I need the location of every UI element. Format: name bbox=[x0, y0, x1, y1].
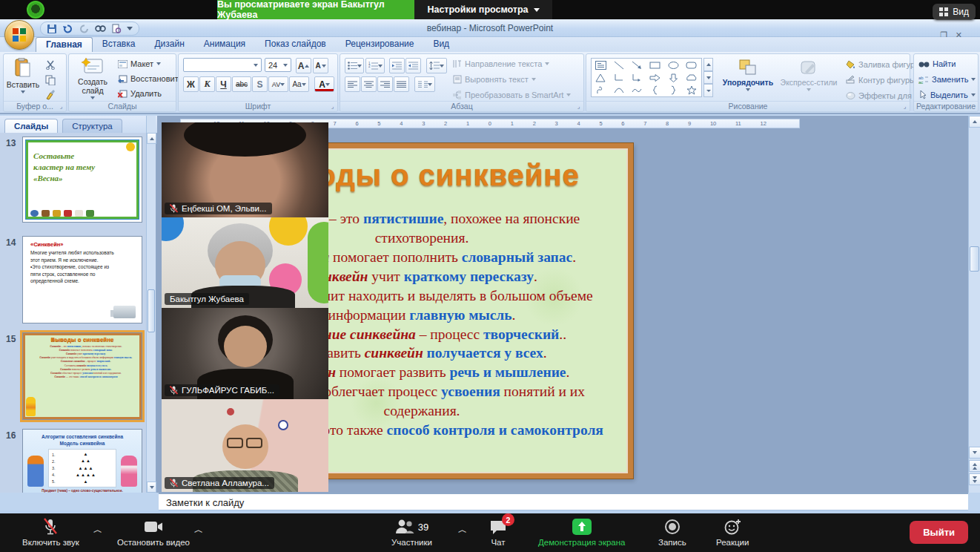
paragraph-dialog-launcher[interactable]: ⌟ bbox=[575, 102, 583, 111]
paste-button[interactable]: Вставить bbox=[7, 58, 39, 93]
shape-rounded-rectangle-icon[interactable] bbox=[686, 61, 697, 70]
undo-icon[interactable] bbox=[62, 24, 73, 33]
slide-thumbnail-13[interactable]: Составьтекластер на тему«Весна» bbox=[22, 137, 142, 223]
previous-slide-button[interactable] bbox=[969, 460, 980, 472]
new-slide-button[interactable]: Создать слайд bbox=[72, 58, 113, 99]
tab-vid[interactable]: Вид bbox=[423, 37, 459, 52]
next-slide-button[interactable] bbox=[969, 473, 980, 485]
redo-icon[interactable] bbox=[79, 24, 90, 33]
bullets-button[interactable] bbox=[345, 58, 364, 73]
bold-button[interactable]: Ж bbox=[183, 76, 199, 92]
video-options-chevron[interactable]: ︿ bbox=[194, 524, 203, 536]
stop-video-button[interactable]: Остановить видео bbox=[117, 518, 190, 547]
shape-right-arrow-icon[interactable] bbox=[649, 73, 660, 82]
tab-animaciya[interactable]: Анимация bbox=[194, 37, 255, 52]
reactions-button[interactable]: Реакции bbox=[716, 518, 749, 547]
shape-outline-button[interactable]: Контур фигуры bbox=[846, 76, 923, 85]
shapes-scroll-up[interactable] bbox=[703, 58, 713, 71]
tab-vstavka[interactable]: Вставка bbox=[93, 37, 145, 52]
align-center-button[interactable] bbox=[361, 76, 377, 92]
chat-button[interactable]: 2 Чат bbox=[489, 518, 507, 547]
print-preview-icon[interactable] bbox=[111, 24, 122, 34]
video-tile-2-active-speaker[interactable]: Бакытгул Жубаева bbox=[162, 217, 328, 308]
underline-button[interactable]: Ч bbox=[216, 76, 231, 92]
text-direction-button[interactable]: Направление текста bbox=[453, 59, 549, 68]
video-tile-1[interactable]: Еңбекші ОМ, Эльви... bbox=[162, 122, 328, 217]
unmute-button[interactable]: Включить звук bbox=[22, 518, 79, 547]
shape-star-icon[interactable] bbox=[686, 85, 697, 95]
panel-scroll-down[interactable] bbox=[147, 482, 156, 493]
select-button[interactable]: Выделить bbox=[918, 91, 976, 99]
font-size-combo[interactable]: 24 bbox=[265, 58, 291, 72]
shapes-gallery[interactable] bbox=[591, 58, 702, 97]
arrange-button[interactable]: Упорядочить bbox=[721, 59, 775, 91]
find-icon[interactable] bbox=[95, 24, 106, 33]
tab-pokaz-slaidov[interactable]: Показ слайдов bbox=[255, 37, 336, 52]
shape-elbow-icon[interactable] bbox=[614, 73, 624, 82]
view-settings-button[interactable]: Настройки просмотра bbox=[414, 0, 552, 19]
change-case-button[interactable]: Aa bbox=[289, 76, 309, 92]
shape-right-brace-icon[interactable] bbox=[669, 85, 677, 95]
shapes-scroll-down[interactable] bbox=[703, 71, 713, 85]
slide-thumbnail-16[interactable]: Алгоритм составления синквейнаМодель син… bbox=[22, 429, 142, 493]
decrease-indent-button[interactable] bbox=[389, 58, 405, 73]
panel-scroll-up[interactable] bbox=[147, 133, 156, 144]
strikethrough-button[interactable]: abc bbox=[232, 76, 251, 92]
line-spacing-button[interactable] bbox=[426, 58, 447, 73]
shape-arc-icon[interactable] bbox=[614, 86, 624, 95]
shape-oval-icon[interactable] bbox=[668, 61, 679, 70]
grow-font-button[interactable]: А bbox=[296, 58, 311, 73]
format-painter-button[interactable] bbox=[45, 90, 56, 100]
shape-triangle-icon[interactable] bbox=[595, 73, 606, 82]
font-dialog-launcher[interactable]: ⌟ bbox=[328, 102, 337, 111]
tab-outline[interactable]: Структура bbox=[62, 119, 122, 133]
shape-flowchart-icon[interactable] bbox=[686, 73, 697, 82]
shape-scribble-icon[interactable] bbox=[596, 86, 606, 95]
increase-indent-button[interactable] bbox=[405, 58, 421, 73]
shapes-gallery-more[interactable] bbox=[703, 84, 713, 97]
tab-dizain[interactable]: Дизайн bbox=[145, 37, 193, 52]
drawing-dialog-launcher[interactable]: ⌟ bbox=[901, 102, 909, 111]
shape-arrow-icon[interactable] bbox=[632, 61, 642, 70]
text-shadow-button[interactable]: S bbox=[252, 76, 268, 92]
scroll-up-button[interactable] bbox=[969, 116, 980, 128]
font-name-combo[interactable] bbox=[183, 58, 262, 72]
columns-button[interactable] bbox=[414, 76, 435, 92]
numbering-button[interactable]: 12 bbox=[365, 58, 385, 73]
leave-button[interactable]: Выйти bbox=[910, 521, 968, 544]
participants-button[interactable]: 39 Участники bbox=[391, 518, 432, 547]
slide-thumbnail-14[interactable]: «Синквейн» Многие учителя любят использо… bbox=[22, 236, 142, 323]
record-button[interactable]: Запись bbox=[658, 518, 686, 547]
align-left-button[interactable] bbox=[345, 76, 360, 92]
notes-area[interactable]: Заметки к слайду bbox=[159, 493, 968, 510]
shape-line-icon[interactable] bbox=[614, 61, 624, 70]
share-screen-button[interactable]: Демонстрация экрана bbox=[538, 518, 626, 547]
video-tile-3[interactable]: ГУЛЬФАЙРУС ГАБИБ... bbox=[162, 308, 328, 399]
tab-recenzirovanie[interactable]: Рецензирование bbox=[336, 37, 424, 52]
shape-rectangle-icon[interactable] bbox=[649, 61, 660, 70]
audio-options-chevron[interactable]: ︿ bbox=[93, 524, 102, 536]
quick-styles-button[interactable]: Экспресс-стили bbox=[778, 59, 840, 91]
align-right-button[interactable] bbox=[377, 76, 393, 92]
find-button[interactable]: Найти bbox=[918, 59, 956, 68]
replace-button[interactable]: abac Заменить bbox=[918, 75, 976, 84]
tab-glavnaya[interactable]: Главная bbox=[36, 37, 93, 52]
justify-button[interactable] bbox=[394, 76, 409, 92]
tab-slides[interactable]: Слайды bbox=[4, 119, 58, 133]
align-text-button[interactable]: Выровнять текст bbox=[453, 75, 536, 84]
reset-slide-button[interactable]: Восстановить bbox=[118, 74, 182, 83]
shape-down-arrow-icon[interactable] bbox=[669, 73, 678, 82]
video-tile-4[interactable]: Светлана Алламура... bbox=[162, 399, 328, 492]
character-spacing-button[interactable]: AV bbox=[268, 76, 288, 92]
office-button[interactable] bbox=[4, 20, 34, 50]
delete-slide-button[interactable]: Удалить bbox=[118, 89, 162, 98]
view-button[interactable]: Вид bbox=[933, 4, 976, 20]
panel-scrollbar-thumb[interactable] bbox=[148, 289, 155, 332]
cut-button[interactable] bbox=[45, 60, 56, 70]
qat-customize-icon[interactable] bbox=[127, 27, 133, 30]
layout-button[interactable]: Макет bbox=[118, 59, 161, 68]
scroll-down-button[interactable] bbox=[969, 447, 980, 459]
font-color-button[interactable]: А bbox=[314, 76, 334, 92]
slide-thumbnail-15-selected[interactable]: Выводы о синквейне Синквейн – это пятист… bbox=[22, 332, 142, 420]
shape-curve-icon[interactable] bbox=[632, 86, 642, 95]
